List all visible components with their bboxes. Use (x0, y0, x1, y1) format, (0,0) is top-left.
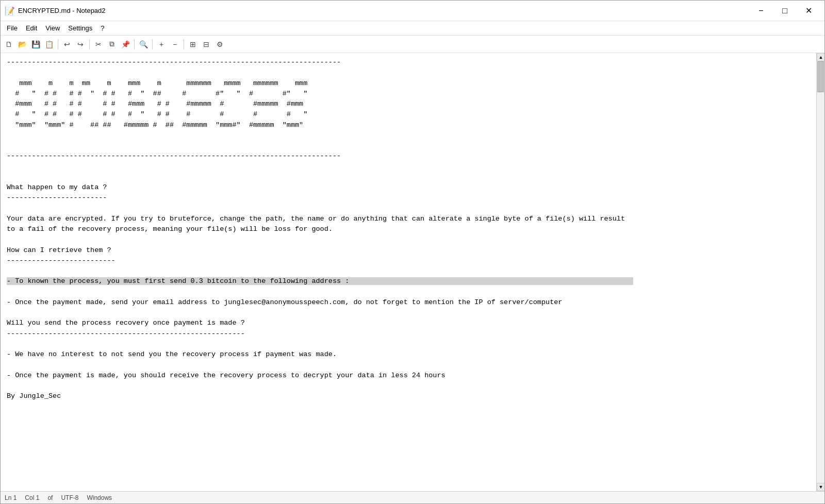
undo-button[interactable]: ↩ (61, 38, 73, 51)
minimize-button[interactable]: − (749, 1, 773, 21)
zoom-out-button[interactable]: − (169, 38, 181, 51)
title-bar: 📝 ENCRYPTED.md - Notepad2 − □ ✕ (1, 1, 824, 21)
paste-button[interactable]: 📌 (119, 38, 131, 51)
toolbar-sep-5 (184, 39, 184, 49)
window-title: ENCRYPTED.md - Notepad2 (18, 7, 749, 14)
redo-button[interactable]: ↪ (74, 38, 87, 51)
find-button[interactable]: 🔍 (137, 38, 150, 51)
status-line: Ln 1 (5, 494, 16, 501)
scroll-track[interactable] (817, 61, 824, 483)
scroll-thumb[interactable] (817, 61, 824, 92)
status-col: Col 1 (25, 494, 39, 501)
scroll-up-arrow[interactable]: ▲ (817, 53, 824, 61)
highlighted-line: - To known the process, you must first s… (7, 277, 633, 285)
status-bar: Ln 1 Col 1 of UTF-8 Windows (1, 491, 824, 503)
content-area: ----------------------------------------… (1, 53, 824, 491)
app-icon: 📝 (5, 6, 14, 15)
menu-settings[interactable]: Settings (64, 22, 96, 34)
vertical-scrollbar[interactable]: ▲ ▼ (816, 53, 824, 491)
toolbar-sep-3 (134, 39, 135, 49)
zoom-in-button[interactable]: + (155, 38, 168, 51)
status-line-endings: Windows (87, 494, 112, 501)
new-button[interactable]: 🗋 (3, 38, 15, 51)
window-controls: − □ ✕ (749, 1, 820, 21)
menu-edit[interactable]: Edit (22, 22, 41, 34)
cut-button[interactable]: ✂ (92, 38, 105, 51)
toolbar-sep-4 (152, 39, 153, 49)
scroll-down-arrow[interactable]: ▼ (817, 483, 824, 491)
toolbar: 🗋 📂 💾 📋 ↩ ↪ ✂ ⧉ 📌 🔍 + − ⊞ ⊟ ⚙ (1, 36, 824, 53)
view2-button[interactable]: ⊟ (200, 38, 212, 51)
copy-button[interactable]: ⧉ (106, 38, 118, 51)
view1-button[interactable]: ⊞ (187, 38, 199, 51)
save-button[interactable]: 💾 (29, 38, 42, 51)
save-copy-button[interactable]: 📋 (43, 38, 55, 51)
toolbar-sep-2 (89, 39, 90, 49)
status-of: of (47, 494, 53, 501)
close-button[interactable]: ✕ (797, 1, 820, 21)
maximize-button[interactable]: □ (773, 1, 797, 21)
menu-view[interactable]: View (41, 22, 64, 34)
text-content: ----------------------------------------… (7, 57, 810, 401)
menu-help[interactable]: ? (96, 22, 108, 34)
toolbar-sep-1 (58, 39, 58, 49)
text-editor[interactable]: ----------------------------------------… (1, 53, 816, 491)
settings-button[interactable]: ⚙ (213, 38, 226, 51)
open-button[interactable]: 📂 (16, 38, 28, 51)
menu-file[interactable]: File (3, 22, 22, 34)
status-encoding: UTF-8 (61, 494, 78, 501)
menu-bar: File Edit View Settings ? (1, 21, 824, 36)
